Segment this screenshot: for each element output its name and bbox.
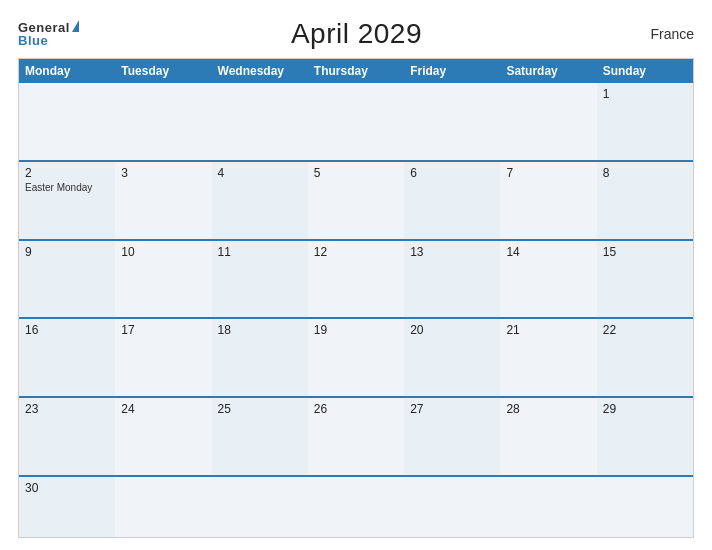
calendar-cell-1-6: 8: [597, 162, 693, 239]
calendar-row-5: 30: [19, 475, 693, 537]
calendar-cell-3-5: 21: [500, 319, 596, 396]
day-number: 29: [603, 402, 687, 416]
calendar-cell-3-2: 18: [212, 319, 308, 396]
header: General Blue April 2029 France: [18, 18, 694, 50]
calendar-cell-1-4: 6: [404, 162, 500, 239]
day-number: 8: [603, 166, 687, 180]
calendar-cell-5-5: [500, 477, 596, 537]
calendar-row-4: 23242526272829: [19, 396, 693, 475]
calendar-cell-4-6: 29: [597, 398, 693, 475]
day-number: 4: [218, 166, 302, 180]
calendar-cell-1-3: 5: [308, 162, 404, 239]
calendar-cell-0-6: 1: [597, 83, 693, 160]
calendar-row-0: 1: [19, 83, 693, 160]
calendar-cell-1-5: 7: [500, 162, 596, 239]
calendar-cell-5-1: [115, 477, 211, 537]
calendar-cell-5-3: [308, 477, 404, 537]
day-number: 16: [25, 323, 109, 337]
page: General Blue April 2029 France MondayTue…: [0, 0, 712, 550]
calendar-cell-2-3: 12: [308, 241, 404, 318]
day-event: Easter Monday: [25, 182, 109, 193]
day-number: 13: [410, 245, 494, 259]
day-number: 23: [25, 402, 109, 416]
header-day-tuesday: Tuesday: [115, 59, 211, 83]
logo: General Blue: [18, 21, 79, 47]
calendar-cell-4-5: 28: [500, 398, 596, 475]
calendar-cell-2-0: 9: [19, 241, 115, 318]
day-number: 18: [218, 323, 302, 337]
day-number: 30: [25, 481, 109, 495]
day-number: 7: [506, 166, 590, 180]
calendar-cell-4-4: 27: [404, 398, 500, 475]
calendar-cell-2-4: 13: [404, 241, 500, 318]
calendar-cell-3-1: 17: [115, 319, 211, 396]
country-label: France: [634, 26, 694, 42]
calendar-cell-2-6: 15: [597, 241, 693, 318]
calendar-cell-1-1: 3: [115, 162, 211, 239]
calendar-cell-3-4: 20: [404, 319, 500, 396]
day-number: 27: [410, 402, 494, 416]
day-number: 17: [121, 323, 205, 337]
calendar-cell-2-5: 14: [500, 241, 596, 318]
calendar-cell-5-4: [404, 477, 500, 537]
calendar-cell-4-2: 25: [212, 398, 308, 475]
day-number: 24: [121, 402, 205, 416]
day-number: 22: [603, 323, 687, 337]
calendar-row-3: 16171819202122: [19, 317, 693, 396]
day-number: 15: [603, 245, 687, 259]
calendar-cell-0-1: [115, 83, 211, 160]
calendar-cell-2-1: 10: [115, 241, 211, 318]
header-day-saturday: Saturday: [500, 59, 596, 83]
day-number: 1: [603, 87, 687, 101]
calendar-cell-1-2: 4: [212, 162, 308, 239]
day-number: 20: [410, 323, 494, 337]
calendar-cell-4-3: 26: [308, 398, 404, 475]
calendar-cell-5-0: 30: [19, 477, 115, 537]
day-number: 6: [410, 166, 494, 180]
day-number: 25: [218, 402, 302, 416]
calendar-cell-2-2: 11: [212, 241, 308, 318]
calendar-cell-4-0: 23: [19, 398, 115, 475]
header-day-monday: Monday: [19, 59, 115, 83]
day-number: 14: [506, 245, 590, 259]
day-number: 26: [314, 402, 398, 416]
header-day-wednesday: Wednesday: [212, 59, 308, 83]
calendar-cell-3-3: 19: [308, 319, 404, 396]
day-number: 10: [121, 245, 205, 259]
calendar-title: April 2029: [79, 18, 634, 50]
calendar-cell-5-2: [212, 477, 308, 537]
calendar-cell-4-1: 24: [115, 398, 211, 475]
calendar-header: MondayTuesdayWednesdayThursdayFridaySatu…: [19, 59, 693, 83]
calendar-cell-0-4: [404, 83, 500, 160]
calendar-cell-1-0: 2Easter Monday: [19, 162, 115, 239]
calendar-cell-0-2: [212, 83, 308, 160]
calendar-row-1: 2Easter Monday345678: [19, 160, 693, 239]
day-number: 11: [218, 245, 302, 259]
day-number: 19: [314, 323, 398, 337]
calendar-cell-3-0: 16: [19, 319, 115, 396]
calendar-body: 12Easter Monday3456789101112131415161718…: [19, 83, 693, 537]
calendar-cell-0-5: [500, 83, 596, 160]
day-number: 2: [25, 166, 109, 180]
header-day-thursday: Thursday: [308, 59, 404, 83]
day-number: 28: [506, 402, 590, 416]
logo-triangle-icon: [72, 20, 79, 32]
day-number: 5: [314, 166, 398, 180]
calendar-cell-0-3: [308, 83, 404, 160]
calendar-cell-3-6: 22: [597, 319, 693, 396]
header-day-friday: Friday: [404, 59, 500, 83]
calendar-cell-0-0: [19, 83, 115, 160]
day-number: 3: [121, 166, 205, 180]
header-day-sunday: Sunday: [597, 59, 693, 83]
day-number: 12: [314, 245, 398, 259]
calendar: MondayTuesdayWednesdayThursdayFridaySatu…: [18, 58, 694, 538]
calendar-row-2: 9101112131415: [19, 239, 693, 318]
calendar-cell-5-6: [597, 477, 693, 537]
day-number: 9: [25, 245, 109, 259]
logo-blue-text: Blue: [18, 34, 48, 47]
day-number: 21: [506, 323, 590, 337]
